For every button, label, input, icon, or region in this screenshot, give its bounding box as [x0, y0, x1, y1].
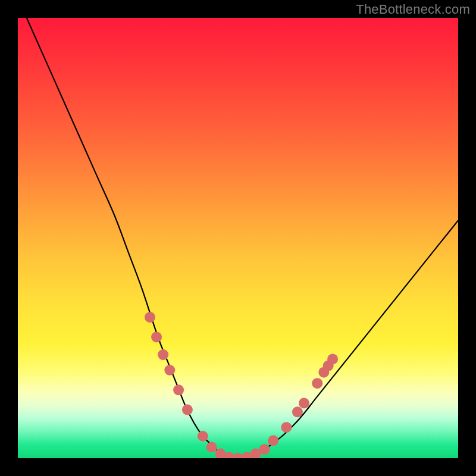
curve-marker	[259, 444, 270, 455]
curve-marker	[312, 378, 322, 389]
marker-group	[145, 312, 338, 458]
curve-marker	[299, 398, 309, 409]
curve-marker	[145, 312, 155, 322]
bottleneck-curve	[27, 18, 458, 458]
curve-marker	[173, 384, 184, 395]
curve-marker	[182, 405, 193, 415]
curve-marker	[164, 365, 175, 375]
curve-marker	[268, 435, 278, 446]
curve-svg	[18, 18, 458, 458]
watermark-text: TheBottleneck.com	[356, 2, 470, 17]
curve-marker	[292, 406, 303, 417]
curve-marker	[327, 354, 338, 365]
plot-area	[18, 18, 458, 458]
chart-frame: TheBottleneck.com	[0, 0, 476, 476]
curve-marker	[281, 422, 292, 433]
curve-marker	[158, 349, 168, 360]
curve-marker	[206, 442, 217, 453]
curve-marker	[151, 332, 162, 343]
curve-marker	[198, 431, 208, 441]
